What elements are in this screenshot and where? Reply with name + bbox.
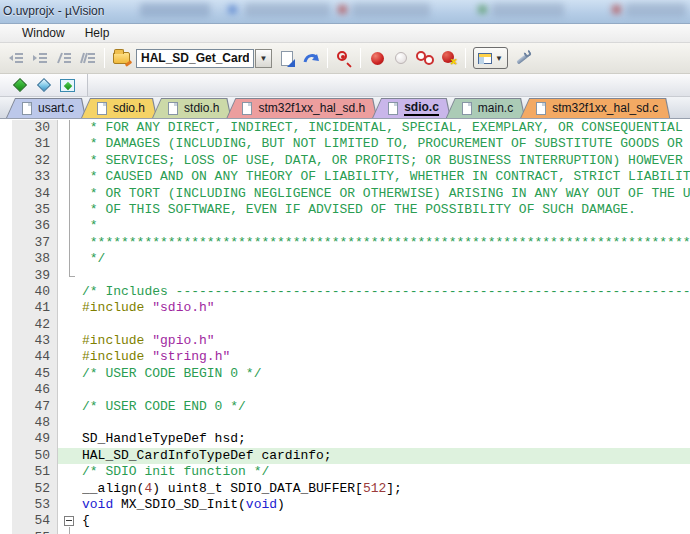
search-combobox: ▼: [136, 49, 272, 68]
code-text: SD_HandleTypeDef hsd;: [82, 431, 690, 447]
code-line-49[interactable]: 49SD_HandleTypeDef hsd;: [0, 431, 690, 447]
rebuild-icon[interactable]: [60, 79, 75, 92]
code-line-38[interactable]: 38 */: [0, 251, 690, 267]
code-line-32[interactable]: 32 * SERVICES; LOSS OF USE, DATA, OR PRO…: [0, 153, 690, 169]
code-line-36[interactable]: 36 *: [0, 218, 690, 234]
code-line-54[interactable]: 54{: [0, 513, 690, 529]
line-number: 52: [12, 481, 58, 497]
code-text: * FOR ANY DIRECT, INDIRECT, INCIDENTAL, …: [82, 120, 690, 136]
fold-margin: [58, 333, 82, 349]
code-line-48[interactable]: 48: [0, 415, 690, 431]
code-line-34[interactable]: 34 * OR TORT (INCLUDING NEGLIGENCE OR OT…: [0, 186, 690, 202]
code-line-30[interactable]: 30 * FOR ANY DIRECT, INDIRECT, INCIDENTA…: [0, 120, 690, 136]
line-number: 45: [12, 366, 58, 382]
code-line-43[interactable]: 43#include "gpio.h": [0, 333, 690, 349]
find-symbol-icon[interactable]: [332, 46, 356, 70]
fold-margin: [58, 464, 82, 480]
translate-icon[interactable]: [13, 78, 27, 92]
fold-margin: [58, 530, 82, 534]
fold-margin: [58, 399, 82, 415]
line-number: 42: [12, 317, 58, 333]
line-number: 51: [12, 464, 58, 480]
code-line-37[interactable]: 37 *************************************…: [0, 235, 690, 251]
background-window-blur: [245, 3, 330, 17]
menu-help[interactable]: Help: [75, 24, 120, 42]
code-line-47[interactable]: 47/* USER CODE END 0 */: [0, 399, 690, 415]
fold-collapse-icon[interactable]: [64, 516, 74, 526]
breakpoint-disabled-icon[interactable]: [389, 46, 413, 70]
tab-label: stdio.h: [184, 101, 219, 115]
search-dropdown-button[interactable]: ▼: [255, 49, 272, 68]
menu-window[interactable]: Window: [12, 24, 75, 42]
line-number: 37: [12, 235, 58, 251]
code-line-45[interactable]: 45/* USER CODE BEGIN 0 */: [0, 366, 690, 382]
code-text: * CAUSED AND ON ANY THEORY OF LIABILITY,…: [82, 169, 690, 185]
code-text: #include "gpio.h": [82, 333, 690, 349]
search-input[interactable]: [136, 49, 254, 68]
document-icon: [536, 102, 546, 115]
code-text: HAL_SD_CardInfoTypeDef cardinfo;: [82, 448, 690, 464]
configuration-wrench-icon[interactable]: [511, 46, 535, 70]
code-text: [82, 415, 690, 431]
toolbar-separator: [327, 48, 328, 68]
code-line-53[interactable]: 53void MX_SDIO_SD_Init(void): [0, 497, 690, 513]
tab-usart.c[interactable]: usart.c: [6, 98, 86, 118]
fold-margin: [58, 218, 82, 234]
file-tab-bar: usart.csdio.hstdio.hstm32f1xx_hal_sd.hsd…: [0, 97, 690, 119]
code-line-46[interactable]: 46: [0, 382, 690, 398]
tab-stm32f1xx_hal_sd.c[interactable]: stm32f1xx_hal_sd.c: [520, 98, 670, 118]
fold-margin: [58, 448, 82, 464]
tab-label: stm32f1xx_hal_sd.c: [552, 101, 658, 115]
code-text: [82, 268, 690, 284]
code-line-51[interactable]: 51/* SDIO init function */: [0, 464, 690, 480]
indent-right-icon[interactable]: [28, 46, 52, 70]
code-line-42[interactable]: 42: [0, 317, 690, 333]
tab-main.c[interactable]: main.c: [446, 98, 525, 118]
code-editor[interactable]: 30 * FOR ANY DIRECT, INDIRECT, INCIDENTA…: [0, 119, 690, 534]
line-number: 39: [12, 268, 58, 284]
uvision-window: O.uvprojx - µVision Window Help: [0, 0, 690, 534]
uncomment-icon[interactable]: [76, 46, 100, 70]
fold-margin: [58, 153, 82, 169]
code-line-31[interactable]: 31 * DAMAGES (INCLUDING, BUT NOT LIMITED…: [0, 136, 690, 152]
fold-margin: [58, 202, 82, 218]
code-text: #include "sdio.h": [82, 300, 690, 316]
fold-margin[interactable]: [58, 513, 82, 529]
tab-sdio.h[interactable]: sdio.h: [81, 98, 157, 118]
code-line-55[interactable]: 55: [0, 530, 690, 534]
code-line-33[interactable]: 33 * CAUSED AND ON ANY THEORY OF LIABILI…: [0, 169, 690, 185]
title-bar[interactable]: O.uvprojx - µVision: [0, 0, 690, 24]
code-text: */: [82, 251, 690, 267]
disable-all-breakpoints-icon[interactable]: ✕: [437, 46, 461, 70]
breakpoint-icon[interactable]: [365, 46, 389, 70]
comment-icon[interactable]: [52, 46, 76, 70]
window-title: O.uvprojx - µVision: [3, 4, 104, 18]
find-in-files-icon[interactable]: [109, 46, 133, 70]
line-number: 41: [12, 300, 58, 316]
background-window-blur: [478, 5, 487, 14]
code-line-39[interactable]: 39: [0, 268, 690, 284]
code-line-35[interactable]: 35 * OF THIS SOFTWARE, EVEN IF ADVISED O…: [0, 202, 690, 218]
browse-back-icon[interactable]: [299, 46, 323, 70]
tab-stm32f1xx_hal_sd.h[interactable]: stm32f1xx_hal_sd.h: [226, 98, 377, 118]
indent-left-icon[interactable]: [4, 46, 28, 70]
line-number: 54: [12, 513, 58, 529]
fold-margin: [58, 415, 82, 431]
code-line-52[interactable]: 52__align(4) uint8_t SDIO_DATA_BUFFER[51…: [0, 481, 690, 497]
kill-all-breakpoints-icon[interactable]: [413, 46, 437, 70]
code-line-44[interactable]: 44#include "string.h": [0, 349, 690, 365]
window-layout-dropdown[interactable]: ▼: [473, 47, 508, 69]
code-line-50[interactable]: 50HAL_SD_CardInfoTypeDef cardinfo;: [0, 448, 690, 464]
fold-margin: [58, 300, 82, 316]
goto-definition-icon[interactable]: [275, 46, 299, 70]
build-toolbar: [0, 74, 690, 97]
code-line-41[interactable]: 41#include "sdio.h": [0, 300, 690, 316]
build-icon[interactable]: [37, 78, 51, 92]
fold-margin: [58, 317, 82, 333]
tab-stdio.h[interactable]: stdio.h: [152, 98, 231, 118]
toolbar-separator: [104, 48, 105, 68]
code-text: void MX_SDIO_SD_Init(void): [82, 497, 690, 513]
code-line-40[interactable]: 40/* Includes --------------------------…: [0, 284, 690, 300]
tab-sdio.c[interactable]: sdio.c: [372, 98, 451, 118]
line-number: 55: [12, 530, 58, 534]
